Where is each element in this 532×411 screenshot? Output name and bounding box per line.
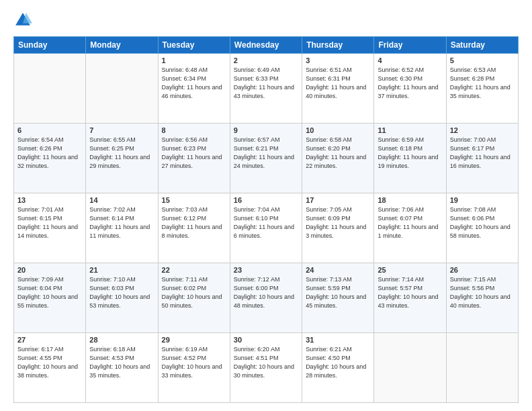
header (13, 11, 519, 30)
day-number: 26 (450, 266, 515, 274)
calendar-cell: 9Sunrise: 6:57 AMSunset: 6:21 PMDaylight… (230, 124, 302, 193)
day-info: Sunrise: 7:09 AMSunset: 6:04 PMDaylight:… (17, 275, 82, 310)
calendar-week-2: 13Sunrise: 7:01 AMSunset: 6:15 PMDayligh… (14, 193, 519, 263)
calendar-cell: 15Sunrise: 7:03 AMSunset: 6:12 PMDayligh… (158, 193, 230, 263)
calendar-cell: 4Sunrise: 6:52 AMSunset: 6:30 PMDaylight… (374, 54, 446, 124)
calendar-cell (446, 333, 518, 403)
calendar-cell: 6Sunrise: 6:54 AMSunset: 6:26 PMDaylight… (14, 124, 86, 193)
day-info: Sunrise: 6:54 AMSunset: 6:26 PMDaylight:… (17, 136, 82, 171)
calendar-cell: 7Sunrise: 6:55 AMSunset: 6:25 PMDaylight… (86, 124, 158, 193)
day-number: 22 (162, 266, 226, 274)
calendar-cell: 28Sunrise: 6:18 AMSunset: 4:53 PMDayligh… (86, 333, 158, 403)
weekday-header-monday: Monday (86, 37, 158, 54)
weekday-header-sunday: Sunday (14, 37, 86, 54)
calendar-week-3: 20Sunrise: 7:09 AMSunset: 6:04 PMDayligh… (14, 263, 519, 333)
day-number: 29 (162, 336, 226, 344)
day-number: 21 (89, 266, 154, 274)
day-number: 5 (450, 56, 515, 64)
page: SundayMondayTuesdayWednesdayThursdayFrid… (0, 0, 532, 411)
calendar-cell: 12Sunrise: 7:00 AMSunset: 6:17 PMDayligh… (446, 124, 518, 193)
calendar-cell (86, 54, 158, 124)
calendar-cell: 20Sunrise: 7:09 AMSunset: 6:04 PMDayligh… (14, 263, 86, 333)
calendar-cell: 31Sunrise: 6:21 AMSunset: 4:50 PMDayligh… (302, 333, 374, 403)
day-info: Sunrise: 7:04 AMSunset: 6:10 PMDaylight:… (234, 205, 298, 240)
calendar-cell: 1Sunrise: 6:48 AMSunset: 6:34 PMDaylight… (158, 54, 230, 124)
day-info: Sunrise: 6:52 AMSunset: 6:30 PMDaylight:… (378, 66, 442, 101)
day-info: Sunrise: 7:10 AMSunset: 6:03 PMDaylight:… (89, 275, 154, 310)
calendar-cell: 30Sunrise: 6:20 AMSunset: 4:51 PMDayligh… (230, 333, 302, 403)
day-number: 12 (450, 126, 515, 134)
calendar-cell: 25Sunrise: 7:14 AMSunset: 5:57 PMDayligh… (374, 263, 446, 333)
weekday-header-saturday: Saturday (446, 37, 518, 54)
calendar-cell: 13Sunrise: 7:01 AMSunset: 6:15 PMDayligh… (14, 193, 86, 263)
day-number: 13 (17, 196, 82, 204)
day-number: 7 (89, 126, 154, 134)
calendar-cell: 22Sunrise: 7:11 AMSunset: 6:02 PMDayligh… (158, 263, 230, 333)
weekday-header-wednesday: Wednesday (230, 37, 302, 54)
day-number: 9 (234, 126, 298, 134)
calendar-cell: 18Sunrise: 7:06 AMSunset: 6:07 PMDayligh… (374, 193, 446, 263)
day-info: Sunrise: 6:53 AMSunset: 6:28 PMDaylight:… (450, 66, 515, 101)
calendar-cell: 29Sunrise: 6:19 AMSunset: 4:52 PMDayligh… (158, 333, 230, 403)
calendar-cell (374, 333, 446, 403)
day-info: Sunrise: 6:17 AMSunset: 4:55 PMDaylight:… (17, 345, 82, 380)
day-number: 2 (234, 56, 298, 64)
calendar-week-1: 6Sunrise: 6:54 AMSunset: 6:26 PMDaylight… (14, 124, 519, 193)
weekday-header-thursday: Thursday (302, 37, 374, 54)
day-info: Sunrise: 7:14 AMSunset: 5:57 PMDaylight:… (378, 275, 442, 310)
weekday-header-tuesday: Tuesday (158, 37, 230, 54)
day-number: 14 (89, 196, 154, 204)
calendar-cell: 11Sunrise: 6:59 AMSunset: 6:18 PMDayligh… (374, 124, 446, 193)
day-info: Sunrise: 6:59 AMSunset: 6:18 PMDaylight:… (378, 136, 442, 171)
day-info: Sunrise: 6:56 AMSunset: 6:23 PMDaylight:… (162, 136, 226, 171)
day-info: Sunrise: 7:13 AMSunset: 5:59 PMDaylight:… (306, 275, 370, 310)
weekday-header-friday: Friday (374, 37, 446, 54)
calendar-cell: 8Sunrise: 6:56 AMSunset: 6:23 PMDaylight… (158, 124, 230, 193)
day-number: 19 (450, 196, 515, 204)
day-info: Sunrise: 6:18 AMSunset: 4:53 PMDaylight:… (89, 345, 154, 380)
day-number: 27 (17, 336, 82, 344)
day-info: Sunrise: 6:20 AMSunset: 4:51 PMDaylight:… (234, 345, 298, 380)
day-number: 10 (306, 126, 370, 134)
day-number: 3 (306, 56, 370, 64)
calendar-cell: 2Sunrise: 6:49 AMSunset: 6:33 PMDaylight… (230, 54, 302, 124)
calendar-cell: 19Sunrise: 7:08 AMSunset: 6:06 PMDayligh… (446, 193, 518, 263)
day-number: 31 (306, 336, 370, 344)
calendar-cell: 27Sunrise: 6:17 AMSunset: 4:55 PMDayligh… (14, 333, 86, 403)
day-info: Sunrise: 7:05 AMSunset: 6:09 PMDaylight:… (306, 205, 370, 240)
day-info: Sunrise: 6:51 AMSunset: 6:31 PMDaylight:… (306, 66, 370, 101)
day-info: Sunrise: 6:21 AMSunset: 4:50 PMDaylight:… (306, 345, 370, 380)
day-number: 23 (234, 266, 298, 274)
day-number: 4 (378, 56, 442, 64)
calendar-cell: 24Sunrise: 7:13 AMSunset: 5:59 PMDayligh… (302, 263, 374, 333)
day-number: 1 (162, 56, 226, 64)
day-info: Sunrise: 7:02 AMSunset: 6:14 PMDaylight:… (89, 205, 154, 240)
day-number: 18 (378, 196, 442, 204)
day-number: 16 (234, 196, 298, 204)
day-info: Sunrise: 6:49 AMSunset: 6:33 PMDaylight:… (234, 66, 298, 101)
day-number: 11 (378, 126, 442, 134)
day-info: Sunrise: 7:11 AMSunset: 6:02 PMDaylight:… (162, 275, 226, 310)
day-info: Sunrise: 6:57 AMSunset: 6:21 PMDaylight:… (234, 136, 298, 171)
calendar-header: SundayMondayTuesdayWednesdayThursdayFrid… (14, 37, 519, 54)
calendar-cell: 17Sunrise: 7:05 AMSunset: 6:09 PMDayligh… (302, 193, 374, 263)
day-info: Sunrise: 7:01 AMSunset: 6:15 PMDaylight:… (17, 205, 82, 240)
day-info: Sunrise: 6:58 AMSunset: 6:20 PMDaylight:… (306, 136, 370, 171)
calendar-body: 1Sunrise: 6:48 AMSunset: 6:34 PMDaylight… (14, 54, 519, 403)
calendar-cell: 14Sunrise: 7:02 AMSunset: 6:14 PMDayligh… (86, 193, 158, 263)
day-info: Sunrise: 7:03 AMSunset: 6:12 PMDaylight:… (162, 205, 226, 240)
day-info: Sunrise: 6:48 AMSunset: 6:34 PMDaylight:… (162, 66, 226, 101)
day-number: 17 (306, 196, 370, 204)
logo (13, 11, 35, 30)
day-info: Sunrise: 6:55 AMSunset: 6:25 PMDaylight:… (89, 136, 154, 171)
day-number: 24 (306, 266, 370, 274)
calendar-cell: 23Sunrise: 7:12 AMSunset: 6:00 PMDayligh… (230, 263, 302, 333)
calendar-cell: 16Sunrise: 7:04 AMSunset: 6:10 PMDayligh… (230, 193, 302, 263)
day-info: Sunrise: 7:00 AMSunset: 6:17 PMDaylight:… (450, 136, 515, 171)
calendar-cell: 21Sunrise: 7:10 AMSunset: 6:03 PMDayligh… (86, 263, 158, 333)
calendar-table: SundayMondayTuesdayWednesdayThursdayFrid… (13, 36, 519, 403)
logo-icon (13, 11, 32, 30)
calendar-week-4: 27Sunrise: 6:17 AMSunset: 4:55 PMDayligh… (14, 333, 519, 403)
day-info: Sunrise: 7:12 AMSunset: 6:00 PMDaylight:… (234, 275, 298, 310)
calendar-cell (14, 54, 86, 124)
